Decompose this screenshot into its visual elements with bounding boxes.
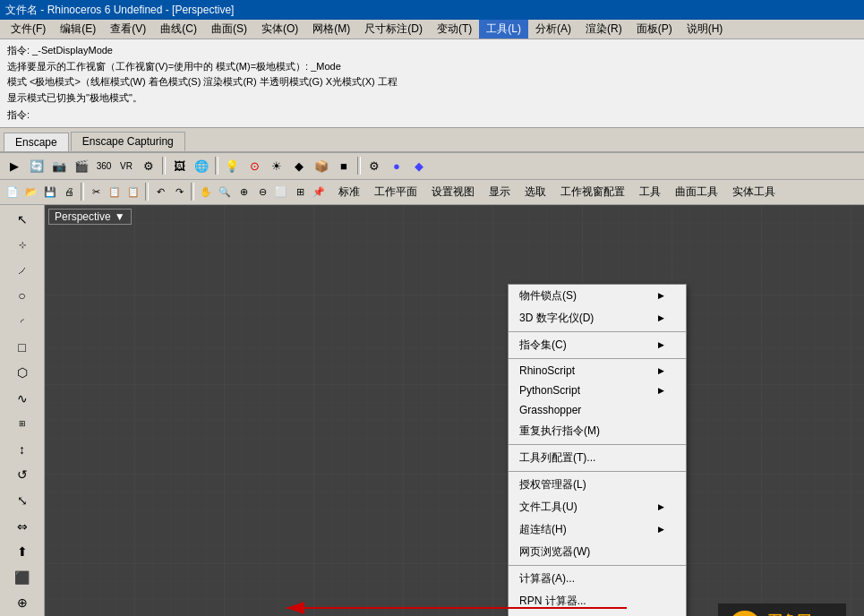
toolbar-label-viewport[interactable]: 工作视窗配置 [553, 183, 632, 201]
menu-curve[interactable]: 曲线(C) [153, 20, 204, 38]
tl-fit-icon[interactable]: ⬜ [272, 183, 290, 201]
toolbar-label-standard[interactable]: 标准 [331, 183, 367, 201]
menu-file[interactable]: 文件(F) [4, 20, 53, 38]
lt-freeform-icon[interactable]: ∿ [4, 386, 40, 411]
lt-polyline-icon[interactable]: ⟋ [4, 258, 40, 283]
cmd-line-1: 指令: _-SetDisplayMode [7, 43, 857, 59]
menu-ghs[interactable]: 附加 GHS 数据... [509, 612, 686, 616]
menu-repeat[interactable]: 重复执行指令(M) [509, 420, 686, 442]
menu-mesh[interactable]: 网格(M) [305, 20, 357, 38]
tl-extent-icon[interactable]: ⊞ [291, 183, 309, 201]
menu-calculator[interactable]: 计算器(A)... [509, 568, 686, 590]
tb-bright-icon[interactable]: ☀ [266, 155, 287, 176]
tl-print-icon[interactable]: 🖨 [60, 183, 78, 201]
tb-light-icon[interactable]: 💡 [221, 155, 243, 176]
tb-360-icon[interactable]: 360 [93, 155, 115, 176]
tb-gear-icon[interactable]: ⚙ [364, 155, 385, 176]
menu-rhinoscript[interactable]: RhinoScript [509, 361, 686, 381]
menu-browser[interactable]: 网页浏览器(W) [509, 541, 686, 563]
menu-license[interactable]: 授权管理器(L) [509, 474, 686, 496]
toolbar-label-select[interactable]: 选取 [518, 183, 553, 201]
menu-snap[interactable]: 物件锁点(S) [509, 285, 686, 307]
cmd-line-3: 模式 <极地模式>（线框模式(W) 着色模式(S) 渲染模式(R) 半透明模式(… [7, 74, 857, 90]
lt-move-icon[interactable]: ↕ [4, 437, 40, 462]
tb-video-icon[interactable]: 🎬 [71, 155, 92, 176]
tl-hand-icon[interactable]: ✋ [197, 183, 215, 201]
tl-sep3 [191, 183, 194, 201]
toolbar-tabs: Enscape Enscape Capturing [0, 128, 864, 153]
menu-cmdset[interactable]: 指令集(C) [509, 334, 686, 356]
menu-view[interactable]: 查看(V) [103, 20, 153, 38]
tb-screenshot-icon[interactable]: 📷 [48, 155, 70, 176]
command-area: 指令: _-SetDisplayMode 选择要显示的工作视窗（工作视窗(V)=… [0, 39, 864, 128]
lt-select-icon[interactable]: ↖ [4, 207, 40, 232]
lt-circle-icon[interactable]: ○ [4, 284, 40, 309]
tl-zoomout-icon[interactable]: ⊖ [253, 183, 271, 201]
menu-edit[interactable]: 编辑(E) [53, 20, 103, 38]
toolbar-label-tools[interactable]: 工具 [632, 183, 668, 201]
menu-dim[interactable]: 尺寸标注(D) [357, 20, 430, 38]
menu-help[interactable]: 说明(H) [680, 20, 731, 38]
lt-polygon-icon[interactable]: ⬡ [4, 360, 40, 385]
tb-settings-icon[interactable]: ⚙ [138, 155, 159, 176]
menu-hyperlink[interactable]: 超连结(H) [509, 518, 686, 541]
lt-point-icon[interactable]: ⊹ [4, 233, 40, 258]
toolbar-label-surface[interactable]: 曲面工具 [668, 183, 725, 201]
grid-svg [45, 205, 864, 616]
lt-solid-icon[interactable]: ⬛ [4, 565, 40, 590]
tb-circle2-icon[interactable]: ● [386, 155, 407, 176]
lt-extrude-icon[interactable]: ⬆ [4, 539, 40, 564]
tb-circle-icon[interactable]: ⊙ [244, 155, 265, 176]
menu-render[interactable]: 渲染(R) [578, 20, 629, 38]
toolbar-label-display[interactable]: 显示 [482, 183, 518, 201]
tb-box-icon[interactable]: 📦 [311, 155, 332, 176]
tl-undo-icon[interactable]: ↶ [151, 183, 169, 201]
title-bar: 文件名 - Rhinoceros 6 Undefined - [Perspect… [0, 0, 864, 20]
tl-new-icon[interactable]: 📄 [4, 183, 21, 201]
lt-scale-icon[interactable]: ⤡ [4, 488, 40, 513]
menu-analysis[interactable]: 分析(A) [528, 20, 578, 38]
tl-snap-icon[interactable]: 📌 [310, 183, 328, 201]
menu-pythonscript[interactable]: PythonScript [509, 381, 686, 400]
lt-mirror-icon[interactable]: ⇔ [4, 514, 40, 539]
tl-zoom-icon[interactable]: 🔍 [216, 183, 234, 201]
menu-grasshopper[interactable]: Grasshopper [509, 400, 686, 420]
menu-tools[interactable]: 工具(L) [479, 20, 528, 38]
tl-paste-icon[interactable]: 📋 [124, 183, 142, 201]
tb-web-icon[interactable]: 🌐 [191, 155, 212, 176]
tl-save-icon[interactable]: 💾 [41, 183, 59, 201]
toolbar-label-setview[interactable]: 设置视图 [424, 183, 482, 201]
tb-sync-icon[interactable]: 🔄 [26, 155, 47, 176]
lt-rotate-icon[interactable]: ↺ [4, 463, 40, 488]
tb-rhombus-icon[interactable]: ◆ [408, 155, 430, 176]
tl-open-icon[interactable]: 📂 [22, 183, 40, 201]
tab-enscape[interactable]: Enscape [4, 133, 69, 151]
menu-rpncalc[interactable]: RPN 计算器... [509, 590, 686, 612]
menu-transform[interactable]: 变动(T) [430, 20, 479, 38]
viewport[interactable]: Perspective ▼ [45, 205, 864, 616]
tb-frame-icon[interactable]: 🖼 [168, 155, 190, 176]
tb-play-icon[interactable]: ▶ [4, 155, 25, 176]
menu-solid[interactable]: 实体(O) [254, 20, 305, 38]
tl-zoomin-icon[interactable]: ⊕ [235, 183, 252, 201]
tl-cut-icon[interactable]: ✂ [87, 183, 105, 201]
tl-redo-icon[interactable]: ↷ [170, 183, 188, 201]
lt-cplane-icon[interactable]: ⊞ [4, 411, 40, 436]
menu-panel[interactable]: 面板(P) [629, 20, 680, 38]
lt-boolean-icon[interactable]: ⊕ [4, 590, 40, 615]
tab-enscape-capturing[interactable]: Enscape Capturing [71, 132, 185, 151]
toolbar-label-solid[interactable]: 实体工具 [725, 183, 783, 201]
toolbar-label-workplane[interactable]: 工作平面 [367, 183, 424, 201]
lt-arc-icon[interactable]: ◜ [4, 309, 40, 334]
tl-copy-icon[interactable]: 📋 [106, 183, 124, 201]
cmd-prompt[interactable]: 指令: [7, 107, 857, 124]
lt-rect-icon[interactable]: □ [4, 335, 40, 360]
tb-square-icon[interactable]: ■ [333, 155, 355, 176]
menu-toolbarconfig[interactable]: 工具列配置(T)... [509, 447, 686, 469]
menu-digitize[interactable]: 3D 数字化仪(D) [509, 307, 686, 329]
tb-diamond-icon[interactable]: ◆ [288, 155, 310, 176]
menu-surface[interactable]: 曲面(S) [204, 20, 254, 38]
tb-vr-icon[interactable]: VR [115, 155, 137, 176]
cmd-line-4: 显示模式已切换为"极地模式"。 [7, 90, 857, 107]
menu-filetools[interactable]: 文件工具(U) [509, 496, 686, 518]
